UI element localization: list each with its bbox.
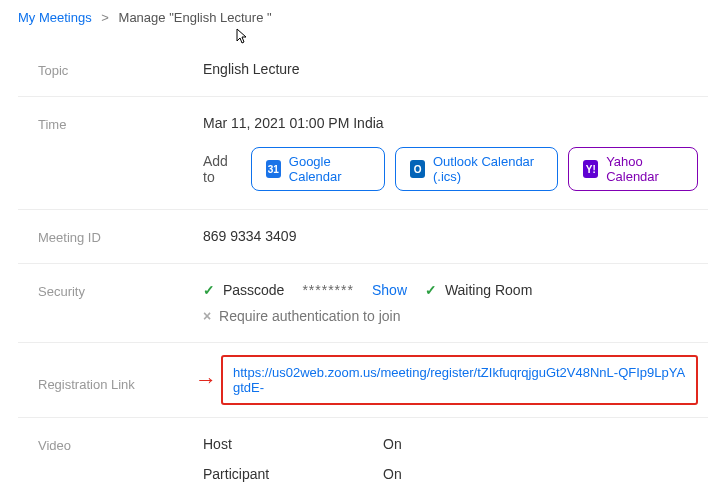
show-passcode-link[interactable]: Show — [372, 282, 407, 298]
outlook-calendar-icon: O — [410, 160, 425, 178]
waiting-room-label: Waiting Room — [445, 282, 532, 298]
security-label: Security — [38, 282, 203, 299]
yahoo-calendar-button[interactable]: Y! Yahoo Calendar — [568, 147, 698, 191]
auth-label: Require authentication to join — [219, 308, 400, 324]
auth-item: × Require authentication to join — [203, 308, 708, 324]
check-icon: ✓ — [203, 282, 215, 298]
cross-icon: × — [203, 308, 211, 324]
meeting-id-row: Meeting ID 869 9334 3409 — [18, 210, 708, 264]
meeting-id-label: Meeting ID — [38, 228, 203, 245]
meeting-id-value: 869 9334 3409 — [203, 228, 708, 244]
breadcrumb-current: Manage "English Lecture " — [119, 10, 272, 25]
google-calendar-label: Google Calendar — [289, 154, 370, 184]
outlook-calendar-button[interactable]: O Outlook Calendar (.ics) — [395, 147, 558, 191]
topic-value: English Lecture — [203, 61, 708, 77]
breadcrumb-root-link[interactable]: My Meetings — [18, 10, 92, 25]
google-calendar-button[interactable]: 31 Google Calendar — [251, 147, 385, 191]
registration-row: Registration Link → https://us02web.zoom… — [18, 343, 708, 418]
video-host-value: On — [383, 436, 503, 452]
video-participant-label: Participant — [203, 466, 383, 482]
video-row: Video Host On Participant On — [18, 418, 708, 500]
waiting-room-item: ✓ Waiting Room — [425, 282, 532, 298]
add-to-label: Add to — [203, 153, 237, 185]
passcode-item: ✓ Passcode — [203, 282, 284, 298]
registration-label: Registration Link — [38, 369, 203, 392]
passcode-mask: ******** — [302, 282, 354, 298]
arrow-annotation-icon: → — [195, 367, 215, 393]
time-value: Mar 11, 2021 01:00 PM India — [203, 115, 708, 131]
breadcrumb: My Meetings > Manage "English Lecture " — [18, 10, 708, 25]
breadcrumb-separator: > — [101, 10, 109, 25]
video-host-label: Host — [203, 436, 383, 452]
time-row: Time Mar 11, 2021 01:00 PM India Add to … — [18, 97, 708, 210]
google-calendar-icon: 31 — [266, 160, 281, 178]
yahoo-calendar-icon: Y! — [583, 160, 598, 178]
time-label: Time — [38, 115, 203, 132]
yahoo-calendar-label: Yahoo Calendar — [606, 154, 683, 184]
registration-link[interactable]: https://us02web.zoom.us/meeting/register… — [221, 355, 698, 405]
topic-label: Topic — [38, 61, 203, 78]
video-participant-value: On — [383, 466, 503, 482]
topic-row: Topic English Lecture — [18, 43, 708, 97]
check-icon: ✓ — [425, 282, 437, 298]
video-label: Video — [38, 436, 203, 453]
security-row: Security ✓ Passcode ******** Show ✓ Wait… — [18, 264, 708, 343]
outlook-calendar-label: Outlook Calendar (.ics) — [433, 154, 543, 184]
passcode-label: Passcode — [223, 282, 284, 298]
